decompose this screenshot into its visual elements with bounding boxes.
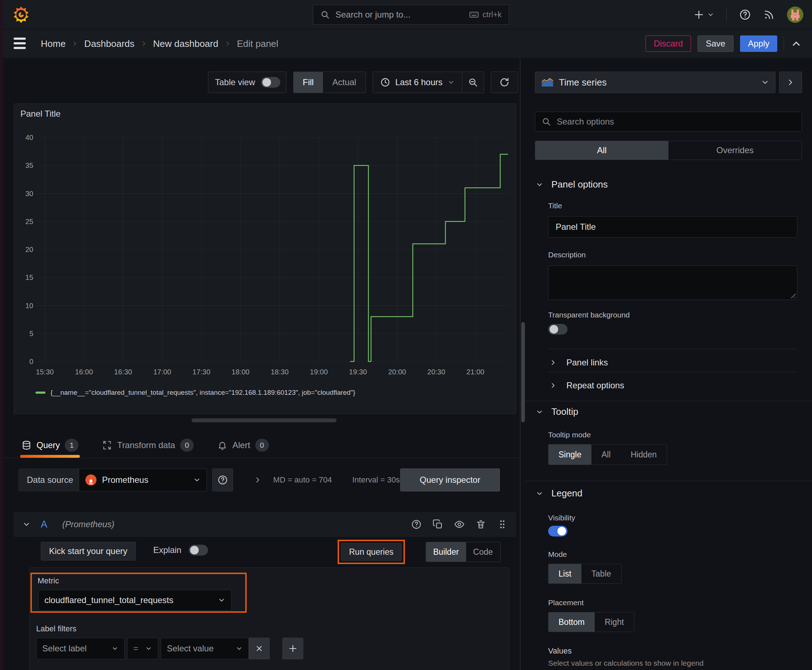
metric-picker[interactable]: cloudflared_tunnel_total_requests — [38, 590, 232, 611]
zoom-out-icon — [468, 77, 478, 87]
breadcrumb-new-dashboard[interactable]: New dashboard — [153, 38, 219, 49]
menu-toggle-button[interactable] — [14, 37, 26, 49]
scrollbar-thumb[interactable] — [521, 322, 525, 422]
apply-button[interactable]: Apply — [740, 36, 777, 52]
datasource-help-button[interactable] — [212, 469, 233, 491]
svg-text:15:30: 15:30 — [36, 368, 54, 376]
clock-icon — [380, 77, 390, 87]
chevron-down-icon[interactable] — [22, 520, 31, 529]
svg-text:16:30: 16:30 — [114, 368, 132, 376]
tooltip-section-header[interactable]: Tooltip — [536, 406, 578, 417]
chart[interactable]: 051015202530354015:3016:0016:3017:0017:3… — [19, 132, 511, 383]
svg-text:40: 40 — [25, 134, 33, 141]
repeat-options-section-header[interactable]: Repeat options — [549, 376, 624, 395]
chart-legend[interactable]: {__name__="cloudflared_tunnel_total_requ… — [36, 389, 355, 397]
tooltip-mode-hidden[interactable]: Hidden — [621, 445, 667, 465]
pane-resize-handle[interactable] — [192, 418, 337, 422]
legend-mode-list[interactable]: List — [549, 564, 581, 584]
legend-mode-table[interactable]: Table — [581, 564, 621, 584]
time-range-picker[interactable]: Last 6 hours — [373, 72, 462, 93]
expand-stats-button[interactable] — [253, 469, 262, 491]
legend-mode-label: Mode — [548, 550, 567, 559]
legend-mode-group: List Table — [548, 564, 622, 584]
time-range-group: Last 6 hours — [373, 71, 484, 93]
help-icon[interactable] — [411, 519, 422, 530]
eye-icon[interactable] — [454, 519, 465, 530]
operator-value: = — [133, 643, 140, 653]
toggle-viz-suggestions-button[interactable] — [779, 71, 802, 93]
select-value-dropdown[interactable]: Select value — [161, 638, 249, 659]
database-icon — [22, 440, 32, 450]
trash-icon[interactable] — [475, 519, 486, 530]
divider — [548, 349, 797, 349]
tab-overrides[interactable]: Overrides — [668, 141, 802, 160]
description-textarea[interactable] — [548, 266, 797, 300]
pane-splitter[interactable] — [520, 58, 520, 670]
transparent-background-label: Transparent background — [548, 311, 630, 319]
collapse-header-button[interactable] — [790, 29, 802, 58]
chevron-down-icon — [236, 645, 243, 652]
tab-all[interactable]: All — [535, 141, 668, 160]
grafana-logo-icon[interactable] — [12, 6, 30, 24]
query-row-header[interactable]: A (Prometheus) — [14, 512, 516, 537]
run-queries-button[interactable]: Run queries — [341, 543, 402, 561]
select-label-dropdown[interactable]: Select label — [36, 638, 125, 659]
table-view-toggle[interactable] — [261, 77, 280, 88]
user-avatar[interactable] — [787, 7, 804, 23]
breadcrumb-home[interactable]: Home — [41, 38, 66, 49]
svg-text:18:30: 18:30 — [271, 368, 288, 376]
legend-section-header[interactable]: Legend — [536, 488, 583, 499]
panel-title[interactable]: Panel Title — [20, 109, 61, 119]
bell-icon — [217, 440, 227, 450]
zoom-out-button[interactable] — [462, 72, 484, 93]
panel-links-section-header[interactable]: Panel links — [549, 353, 608, 372]
fill-option[interactable]: Fill — [293, 72, 323, 93]
duplicate-icon[interactable] — [432, 519, 443, 530]
transparent-background-toggle[interactable] — [548, 324, 568, 335]
tab-transform-label: Transform data — [117, 440, 175, 450]
operator-dropdown[interactable]: = — [127, 638, 158, 659]
tab-transform[interactable]: Transform data 0 — [101, 432, 195, 458]
query-inspector-button[interactable]: Query inspector — [400, 469, 500, 491]
tooltip-mode-single[interactable]: Single — [549, 445, 592, 465]
main-area: Table view Fill Actual Last 6 hours — [3, 58, 520, 670]
resize-grip-icon[interactable] — [789, 292, 795, 298]
tooltip-mode-all[interactable]: All — [592, 445, 621, 465]
legend-visibility-toggle[interactable] — [548, 526, 568, 536]
chevron-right-icon — [140, 40, 147, 47]
help-button[interactable] — [739, 0, 751, 29]
legend-series-label[interactable]: {__name__="cloudflared_tunnel_total_requ… — [51, 389, 355, 397]
legend-heading: Legend — [551, 488, 583, 499]
actual-option[interactable]: Actual — [323, 72, 366, 93]
save-button[interactable]: Save — [697, 36, 734, 52]
news-button[interactable] — [763, 0, 775, 29]
kick-start-button[interactable]: Kick start your query — [41, 542, 136, 560]
remove-filter-button[interactable] — [249, 638, 270, 659]
all-overrides-tabs: All Overrides — [535, 140, 802, 160]
tab-alert[interactable]: Alert 0 — [216, 432, 270, 458]
tab-alert-count: 0 — [255, 439, 269, 452]
datasource-picker[interactable]: Prometheus — [79, 469, 207, 491]
explain-toggle[interactable] — [189, 545, 208, 555]
global-search-input[interactable]: Search or jump to... ctrl+k — [313, 5, 509, 25]
tab-query-label: Query — [37, 440, 60, 450]
add-button[interactable] — [693, 0, 714, 29]
legend-placement-right[interactable]: Right — [595, 612, 634, 632]
tab-query[interactable]: Query 1 — [20, 432, 80, 458]
breadcrumb-dashboards[interactable]: Dashboards — [84, 38, 134, 49]
visualization-picker[interactable]: Time series — [535, 71, 775, 93]
options-search-input[interactable]: Search options — [535, 112, 802, 132]
code-option[interactable]: Code — [466, 542, 500, 562]
chevron-down-icon — [536, 408, 544, 416]
legend-placement-bottom[interactable]: Bottom — [549, 612, 595, 632]
builder-option[interactable]: Builder — [426, 542, 466, 562]
drag-handle-icon[interactable] — [497, 519, 508, 530]
add-filter-button[interactable] — [283, 638, 303, 659]
chevron-down-icon — [193, 476, 201, 484]
refresh-button[interactable] — [491, 72, 518, 93]
legend-placement-group: Bottom Right — [548, 612, 634, 632]
table-view-group: Table view — [208, 71, 286, 93]
discard-button[interactable]: Discard — [646, 36, 691, 52]
panel-options-section-header[interactable]: Panel options — [536, 179, 608, 190]
panel-title-input[interactable]: Panel Title — [548, 216, 797, 238]
